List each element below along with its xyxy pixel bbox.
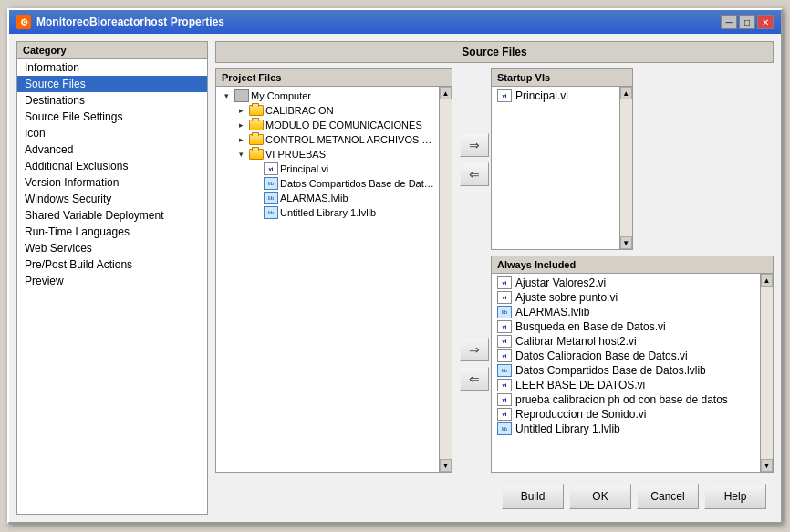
sidebar-item-source-files[interactable]: Source Files bbox=[17, 76, 207, 92]
remove-from-always-included-button[interactable]: ⇐ bbox=[460, 367, 489, 391]
bottom-bar: Build OK Cancel Help bbox=[215, 478, 774, 515]
list-item-prueba-calibracion[interactable]: prueba calibracion ph od con base de dat… bbox=[494, 392, 758, 407]
tree-item-my-computer[interactable]: ▾ My Computer bbox=[218, 89, 437, 103]
tree-item-modulo-comunicaciones[interactable]: ▸ MODULO DE COMUNICACIONES bbox=[218, 118, 437, 132]
expander-vi-pruebas[interactable]: ▾ bbox=[234, 148, 247, 161]
list-item-reproduccion[interactable]: Reproduccion de Sonido.vi bbox=[494, 407, 758, 422]
list-item-ajustar-valores[interactable]: Ajustar Valores2.vi bbox=[494, 276, 758, 290]
vi-icon-busqueda bbox=[497, 320, 512, 333]
project-files-tree[interactable]: ▾ My Computer ▸ CALIBRACION ▸ bbox=[216, 87, 439, 472]
sidebar-item-destinations[interactable]: Destinations bbox=[17, 92, 207, 109]
folder-icon-modulo bbox=[249, 120, 264, 130]
always-included-scrollbar[interactable]: ▲ ▼ bbox=[760, 274, 773, 472]
add-to-startup-button[interactable]: ⇒ bbox=[460, 133, 489, 157]
list-item-leer-base-datos[interactable]: LEER BASE DE DATOS.vi bbox=[494, 378, 758, 392]
expander-calibracion[interactable]: ▸ bbox=[234, 104, 247, 117]
main-area: Source Files Project Files ▾ My Computer bbox=[215, 41, 774, 515]
sidebar-item-information[interactable]: Information bbox=[17, 59, 207, 76]
list-item-busqueda[interactable]: Busqueda en Base de Datos.vi bbox=[494, 319, 758, 334]
maximize-button[interactable]: □ bbox=[739, 15, 755, 29]
sidebar-item-shared-variable-deployment[interactable]: Shared Variable Deployment bbox=[17, 207, 207, 224]
always-included-list[interactable]: Ajustar Valores2.vi Ajuste sobre punto.v… bbox=[492, 274, 760, 472]
list-item-datos-compartidos-always[interactable]: lib Datos Compartidos Base de Datos.lvli… bbox=[494, 363, 758, 378]
expander-alarmas bbox=[249, 192, 262, 204]
sidebar-item-web-services[interactable]: Web Services bbox=[17, 240, 207, 256]
main-panel-header: Source Files bbox=[215, 41, 774, 63]
startup-scrollbar-up[interactable]: ▲ bbox=[620, 87, 632, 99]
list-item-principal-vi[interactable]: Principal.vi bbox=[494, 89, 618, 103]
sidebar-item-source-file-settings[interactable]: Source File Settings bbox=[17, 109, 207, 125]
always-scrollbar-track[interactable] bbox=[761, 287, 773, 459]
tree-item-control-metanol[interactable]: ▸ CONTROL METANOL ARCHIVOS HOST bbox=[218, 132, 437, 147]
lvlib-icon-untitled: lib bbox=[264, 206, 278, 219]
expander-my-computer[interactable]: ▾ bbox=[220, 89, 233, 102]
project-files-header: Project Files bbox=[216, 69, 452, 87]
startup-vis-list[interactable]: Principal.vi bbox=[492, 87, 619, 249]
scrollbar-track[interactable] bbox=[440, 99, 452, 459]
remove-from-startup-button[interactable]: ⇐ bbox=[460, 162, 489, 186]
list-item-untitled-always[interactable]: lib Untitled Library 1.lvlib bbox=[494, 422, 758, 436]
always-scrollbar-up[interactable]: ▲ bbox=[761, 274, 773, 287]
sidebar-item-windows-security[interactable]: Windows Security bbox=[17, 191, 207, 207]
startup-vis-arrows: ⇒ ⇐ bbox=[458, 68, 491, 250]
folder-icon-control-metanol bbox=[249, 134, 264, 145]
always-vi-label-3: Busqueda en Base de Datos.vi bbox=[515, 320, 666, 333]
list-item-calibrar-metanol[interactable]: Calibrar Metanol host2.vi bbox=[494, 334, 758, 349]
help-button[interactable]: Help bbox=[704, 484, 766, 509]
startup-vis-panel: Startup VIs Principal.vi ▲ bbox=[491, 68, 633, 250]
sidebar-item-icon[interactable]: Icon bbox=[17, 125, 207, 141]
vi-icon-calibrar-metanol bbox=[497, 335, 512, 348]
sidebar-item-pre-post-build-actions[interactable]: Pre/Post Build Actions bbox=[17, 256, 207, 273]
startup-scrollbar-track[interactable] bbox=[620, 99, 632, 236]
project-files-body: ▾ My Computer ▸ CALIBRACION ▸ bbox=[216, 87, 452, 472]
expander-modulo[interactable]: ▸ bbox=[234, 119, 247, 131]
tree-label-alarmas: ALARMAS.lvlib bbox=[280, 193, 348, 203]
list-item-ajuste-punto[interactable]: Ajuste sobre punto.vi bbox=[494, 290, 758, 305]
cancel-button[interactable]: Cancel bbox=[637, 484, 699, 509]
startup-vis-body: Principal.vi ▲ ▼ bbox=[492, 87, 632, 249]
always-included-panel: Always Included Ajustar Valores2.vi bbox=[491, 256, 774, 473]
sidebar-item-advanced[interactable]: Advanced bbox=[17, 141, 207, 158]
build-button[interactable]: Build bbox=[502, 484, 564, 509]
sidebar-item-preview[interactable]: Preview bbox=[17, 273, 207, 289]
tree-item-calibracion[interactable]: ▸ CALIBRACION bbox=[218, 103, 437, 118]
startup-vis-scrollbar[interactable]: ▲ ▼ bbox=[619, 87, 632, 249]
sidebar: Category Information Source Files Destin… bbox=[16, 41, 208, 515]
always-vi-label-1: Ajuste sobre punto.vi bbox=[515, 291, 618, 304]
tree-label-control-metanol: CONTROL METANOL ARCHIVOS HOST bbox=[265, 134, 437, 145]
tree-label-modulo: MODULO DE COMUNICACIONES bbox=[265, 120, 422, 130]
vi-icon-reproduccion bbox=[497, 408, 512, 421]
scrollbar-down[interactable]: ▼ bbox=[440, 459, 452, 472]
tree-item-untitled-library[interactable]: lib Untitled Library 1.lvlib bbox=[218, 205, 437, 220]
scrollbar-up[interactable]: ▲ bbox=[440, 87, 452, 99]
startup-scrollbar-down[interactable]: ▼ bbox=[620, 236, 632, 249]
app-icon: ⚙ bbox=[16, 15, 31, 29]
always-vi-label-6: Datos Compartidos Base de Datos.lvlib bbox=[515, 364, 706, 377]
tree-item-datos-compartidos[interactable]: lib Datos Compartidos Base de Datos.lvli… bbox=[218, 176, 437, 191]
always-vi-label-5: Datos Calibracion Base de Datos.vi bbox=[515, 349, 688, 362]
panels-row: Project Files ▾ My Computer ▸ C bbox=[215, 68, 774, 473]
expander-untitled-library bbox=[249, 206, 262, 219]
always-included-body: Ajustar Valores2.vi Ajuste sobre punto.v… bbox=[492, 274, 773, 472]
sidebar-item-run-time-languages[interactable]: Run-Time Languages bbox=[17, 224, 207, 240]
list-item-alarmas-lvlib[interactable]: lib ALARMAS.lvlib bbox=[494, 305, 758, 319]
ok-button[interactable]: OK bbox=[569, 484, 631, 509]
add-to-always-included-button[interactable]: ⇒ bbox=[460, 338, 489, 361]
tree-item-alarmas[interactable]: lib ALARMAS.lvlib bbox=[218, 191, 437, 205]
window-content: Category Information Source Files Destin… bbox=[9, 34, 781, 522]
always-included-arrows: ⇒ ⇐ bbox=[458, 256, 491, 473]
close-button[interactable]: ✕ bbox=[757, 15, 774, 29]
tree-item-principal-vi[interactable]: Principal.vi bbox=[218, 162, 437, 176]
vi-icon-prueba-calibracion bbox=[497, 393, 512, 406]
sidebar-item-version-information[interactable]: Version Information bbox=[17, 174, 207, 191]
sidebar-item-additional-exclusions[interactable]: Additional Exclusions bbox=[17, 158, 207, 174]
startup-vis-header: Startup VIs bbox=[492, 69, 632, 87]
tree-item-vi-pruebas[interactable]: ▾ VI PRUEBAS bbox=[218, 147, 437, 162]
expander-control-metanol[interactable]: ▸ bbox=[234, 133, 247, 146]
always-vi-label-9: Reproduccion de Sonido.vi bbox=[515, 408, 646, 421]
minimize-button[interactable]: ─ bbox=[721, 15, 737, 29]
always-scrollbar-down[interactable]: ▼ bbox=[761, 459, 773, 472]
project-files-scrollbar[interactable]: ▲ ▼ bbox=[439, 87, 452, 472]
title-bar-left: ⚙ MonitoreoBioreactorhost Properties bbox=[16, 15, 224, 29]
list-item-datos-calibracion[interactable]: Datos Calibracion Base de Datos.vi bbox=[494, 349, 758, 363]
